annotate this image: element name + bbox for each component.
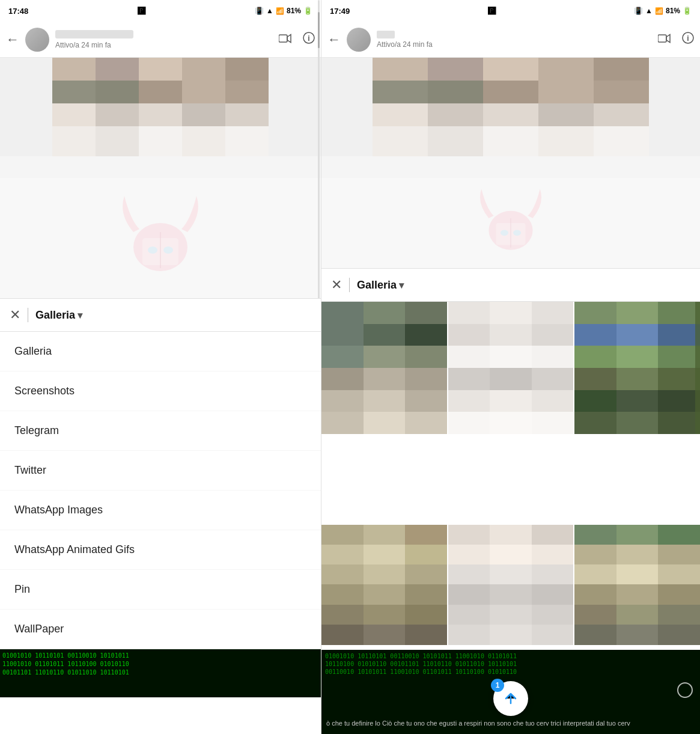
avatar-left <box>25 28 49 52</box>
gallery-grid-area-right: 01001010 10110101 00110010 10101011 1100… <box>321 302 700 734</box>
menu-item-telegram[interactable]: Telegram <box>0 411 321 451</box>
left-panel: 17:48 🅿 📳 ▲ 📶 81% 🔋 ← Attivo/a 24 min fa <box>0 0 321 734</box>
contact-name-dash <box>377 31 395 38</box>
time-right: 17:49 <box>330 7 350 16</box>
menu-item-galleria[interactable]: Galleria <box>0 332 321 372</box>
info-button-left[interactable]: i <box>303 32 315 47</box>
status-icons-left: 📳 ▲ 📶 81% 🔋 <box>255 7 312 15</box>
menu-item-twitter[interactable]: Twitter <box>0 451 321 491</box>
right-panel: 17:49 🅿 📳 ▲ 📶 81% 🔋 ← Attivo/a 24 min fa <box>321 0 700 734</box>
watermark-left <box>112 190 208 286</box>
contact-info-left: Attivo/a 24 min fa <box>55 30 273 49</box>
watermark-area-left <box>0 178 321 298</box>
close-button-left[interactable]: ✕ <box>10 307 20 323</box>
battery-icon-left: 🔋 <box>303 7 312 15</box>
fab-button-wrapper: 1 <box>493 681 528 716</box>
svg-text:i: i <box>308 34 309 43</box>
video-call-button-left[interactable] <box>279 32 292 46</box>
top-bar-actions-right: i <box>658 32 694 47</box>
vibrate-icon-right: 📳 <box>634 7 643 15</box>
gallery-dropdown-left: Galleria Screenshots Telegram Twitter Wh… <box>0 332 321 734</box>
info-button-right[interactable]: i <box>682 32 694 47</box>
contact-status-left: Attivo/a 24 min fa <box>55 41 273 49</box>
svg-point-5 <box>148 246 157 254</box>
svg-point-13 <box>501 230 508 236</box>
battery-right: 81% <box>666 7 680 15</box>
wifi-icon-right: ▲ <box>645 7 653 15</box>
gallery-title-left[interactable]: Galleria ▾ <box>35 309 82 322</box>
menu-item-pin[interactable]: Pin <box>0 570 321 610</box>
svg-rect-0 <box>279 35 287 42</box>
watermark-right <box>472 184 550 262</box>
gallery-cell-5[interactable] <box>448 525 574 645</box>
chevron-down-icon-right: ▾ <box>399 280 404 291</box>
battery-icon-right: 🔋 <box>683 7 692 15</box>
matrix-chars-left: 01001010 10110101 00110010 10101011 1100… <box>0 649 321 679</box>
avatar-right <box>347 28 371 52</box>
chat-area-right <box>321 58 700 178</box>
gallery-cell-4[interactable] <box>321 525 447 645</box>
top-bar-left: ← Attivo/a 24 min fa i <box>0 22 321 58</box>
divider-right <box>349 278 350 292</box>
top-bar-actions-left: i <box>279 32 315 47</box>
vibrate-icon: 📳 <box>255 7 264 15</box>
top-bar-right: ← Attivo/a 24 min fa i <box>321 22 700 58</box>
svg-text:i: i <box>687 34 689 43</box>
badge-count: 1 <box>491 679 504 692</box>
chevron-down-icon-left: ▾ <box>78 310 82 321</box>
menu-item-wallpaper[interactable]: WallPaper <box>0 610 321 649</box>
contact-info-right: Attivo/a 24 min fa <box>377 31 652 49</box>
signal-icon: 📶 <box>276 7 284 15</box>
status-bar-right: 17:49 🅿 📳 ▲ 📶 81% 🔋 <box>321 0 700 22</box>
pushbullet-icon-right: 🅿 <box>488 7 496 16</box>
svg-point-6 <box>163 246 173 254</box>
time-left: 17:48 <box>8 7 28 16</box>
matrix-text-overlay: ò che tu definire lo Ciò che tu ono che … <box>326 718 664 729</box>
pushbullet-icon: 🅿 <box>138 7 145 16</box>
gallery-cell-1[interactable] <box>321 302 447 434</box>
video-call-button-right[interactable] <box>658 32 671 46</box>
gallery-header-right: ✕ Galleria ▾ <box>321 268 700 302</box>
gallery-cell-2[interactable] <box>448 302 574 434</box>
arrow-up-icon <box>502 690 519 707</box>
wifi-icon: ▲ <box>266 7 273 15</box>
menu-item-screenshots[interactable]: Screenshots <box>0 372 321 411</box>
scroll-thumb-left <box>318 12 320 48</box>
close-button-right[interactable]: ✕ <box>331 277 342 293</box>
contact-name-left <box>55 30 133 38</box>
matrix-chars-right: 01001010 10110101 00110010 10101011 1100… <box>321 650 700 678</box>
status-bar-left: 17:48 🅿 📳 ▲ 📶 81% 🔋 <box>0 0 321 22</box>
back-button-right[interactable]: ← <box>327 32 341 47</box>
gallery-cell-6[interactable] <box>574 525 700 645</box>
gallery-cell-3[interactable] <box>574 302 700 434</box>
battery-left: 81% <box>287 7 301 15</box>
menu-item-whatsapp-gifs[interactable]: WhatsApp Animated Gifs <box>0 530 321 570</box>
gallery-title-right[interactable]: Galleria ▾ <box>357 279 404 292</box>
gallery-header-left: ✕ Galleria ▾ <box>0 298 321 332</box>
menu-item-whatsapp-images[interactable]: WhatsApp Images <box>0 491 321 530</box>
divider-left <box>28 308 28 322</box>
status-icons-right: 📳 ▲ 📶 81% 🔋 <box>634 7 692 15</box>
selection-circle-right[interactable] <box>677 682 693 698</box>
chat-area-left <box>0 58 321 178</box>
svg-point-14 <box>513 230 521 236</box>
matrix-bottom-right: 01001010 10110101 00110010 10101011 1100… <box>321 650 700 734</box>
back-button-left[interactable]: ← <box>6 32 19 47</box>
watermark-area-right <box>321 178 700 268</box>
contact-status-right: Attivo/a 24 min fa <box>377 40 652 49</box>
svg-rect-8 <box>658 35 666 42</box>
fab-container: 1 <box>493 681 528 716</box>
matrix-strip-left: 01001010 10110101 00110010 10101011 1100… <box>0 649 321 697</box>
signal-icon-right: 📶 <box>655 7 663 15</box>
